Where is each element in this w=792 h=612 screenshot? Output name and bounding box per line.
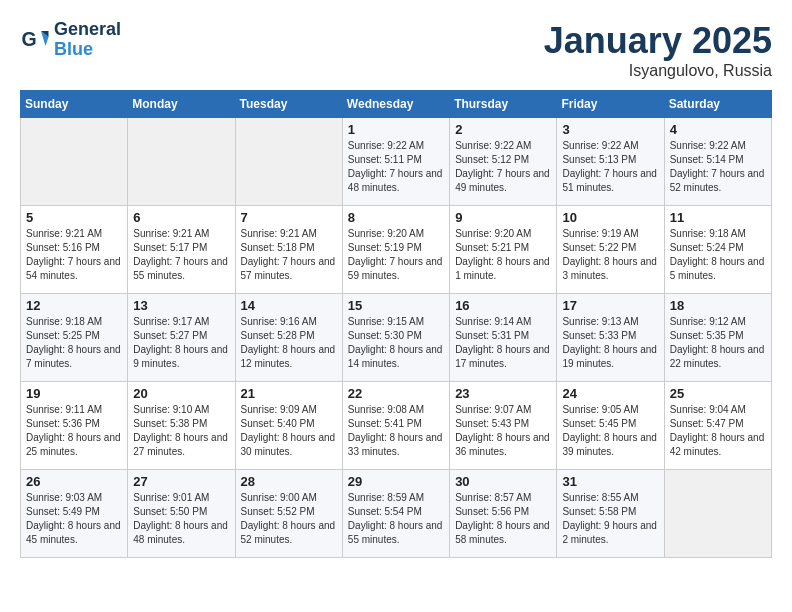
weekday-header-sunday: Sunday (21, 91, 128, 118)
month-title: January 2025 (544, 20, 772, 62)
calendar-cell: 7Sunrise: 9:21 AMSunset: 5:18 PMDaylight… (235, 206, 342, 294)
calendar-cell: 4Sunrise: 9:22 AMSunset: 5:14 PMDaylight… (664, 118, 771, 206)
calendar-cell: 13Sunrise: 9:17 AMSunset: 5:27 PMDayligh… (128, 294, 235, 382)
day-info: Sunrise: 9:16 AMSunset: 5:28 PMDaylight:… (241, 315, 337, 371)
page-header: G General Blue January 2025 Isyangulovo,… (20, 20, 772, 80)
day-info: Sunrise: 9:21 AMSunset: 5:18 PMDaylight:… (241, 227, 337, 283)
calendar-cell: 6Sunrise: 9:21 AMSunset: 5:17 PMDaylight… (128, 206, 235, 294)
day-info: Sunrise: 9:21 AMSunset: 5:17 PMDaylight:… (133, 227, 229, 283)
calendar-cell: 12Sunrise: 9:18 AMSunset: 5:25 PMDayligh… (21, 294, 128, 382)
day-number: 30 (455, 474, 551, 489)
day-number: 8 (348, 210, 444, 225)
day-number: 28 (241, 474, 337, 489)
calendar-cell: 31Sunrise: 8:55 AMSunset: 5:58 PMDayligh… (557, 470, 664, 558)
weekday-header-saturday: Saturday (664, 91, 771, 118)
day-number: 7 (241, 210, 337, 225)
day-number: 14 (241, 298, 337, 313)
calendar-cell: 2Sunrise: 9:22 AMSunset: 5:12 PMDaylight… (450, 118, 557, 206)
day-info: Sunrise: 8:57 AMSunset: 5:56 PMDaylight:… (455, 491, 551, 547)
day-info: Sunrise: 9:10 AMSunset: 5:38 PMDaylight:… (133, 403, 229, 459)
calendar-table: SundayMondayTuesdayWednesdayThursdayFrid… (20, 90, 772, 558)
calendar-week-2: 5Sunrise: 9:21 AMSunset: 5:16 PMDaylight… (21, 206, 772, 294)
calendar-cell (128, 118, 235, 206)
day-info: Sunrise: 9:04 AMSunset: 5:47 PMDaylight:… (670, 403, 766, 459)
calendar-cell: 5Sunrise: 9:21 AMSunset: 5:16 PMDaylight… (21, 206, 128, 294)
calendar-cell: 8Sunrise: 9:20 AMSunset: 5:19 PMDaylight… (342, 206, 449, 294)
day-info: Sunrise: 9:13 AMSunset: 5:33 PMDaylight:… (562, 315, 658, 371)
day-number: 12 (26, 298, 122, 313)
calendar-cell: 17Sunrise: 9:13 AMSunset: 5:33 PMDayligh… (557, 294, 664, 382)
calendar-cell: 9Sunrise: 9:20 AMSunset: 5:21 PMDaylight… (450, 206, 557, 294)
day-info: Sunrise: 9:22 AMSunset: 5:14 PMDaylight:… (670, 139, 766, 195)
day-info: Sunrise: 9:07 AMSunset: 5:43 PMDaylight:… (455, 403, 551, 459)
day-info: Sunrise: 9:08 AMSunset: 5:41 PMDaylight:… (348, 403, 444, 459)
calendar-week-1: 1Sunrise: 9:22 AMSunset: 5:11 PMDaylight… (21, 118, 772, 206)
calendar-cell: 29Sunrise: 8:59 AMSunset: 5:54 PMDayligh… (342, 470, 449, 558)
calendar-cell: 16Sunrise: 9:14 AMSunset: 5:31 PMDayligh… (450, 294, 557, 382)
day-number: 29 (348, 474, 444, 489)
calendar-cell: 20Sunrise: 9:10 AMSunset: 5:38 PMDayligh… (128, 382, 235, 470)
day-info: Sunrise: 8:55 AMSunset: 5:58 PMDaylight:… (562, 491, 658, 547)
day-number: 24 (562, 386, 658, 401)
day-number: 25 (670, 386, 766, 401)
calendar-cell: 3Sunrise: 9:22 AMSunset: 5:13 PMDaylight… (557, 118, 664, 206)
day-info: Sunrise: 9:14 AMSunset: 5:31 PMDaylight:… (455, 315, 551, 371)
day-number: 15 (348, 298, 444, 313)
calendar-cell: 11Sunrise: 9:18 AMSunset: 5:24 PMDayligh… (664, 206, 771, 294)
day-info: Sunrise: 9:19 AMSunset: 5:22 PMDaylight:… (562, 227, 658, 283)
calendar-cell: 22Sunrise: 9:08 AMSunset: 5:41 PMDayligh… (342, 382, 449, 470)
calendar-cell: 1Sunrise: 9:22 AMSunset: 5:11 PMDaylight… (342, 118, 449, 206)
day-number: 26 (26, 474, 122, 489)
day-number: 2 (455, 122, 551, 137)
title-block: January 2025 Isyangulovo, Russia (544, 20, 772, 80)
day-info: Sunrise: 9:18 AMSunset: 5:25 PMDaylight:… (26, 315, 122, 371)
day-number: 21 (241, 386, 337, 401)
svg-text:G: G (22, 28, 37, 50)
day-number: 13 (133, 298, 229, 313)
location: Isyangulovo, Russia (544, 62, 772, 80)
weekday-header-tuesday: Tuesday (235, 91, 342, 118)
day-info: Sunrise: 9:20 AMSunset: 5:19 PMDaylight:… (348, 227, 444, 283)
day-number: 5 (26, 210, 122, 225)
calendar-cell: 15Sunrise: 9:15 AMSunset: 5:30 PMDayligh… (342, 294, 449, 382)
day-number: 11 (670, 210, 766, 225)
day-info: Sunrise: 9:11 AMSunset: 5:36 PMDaylight:… (26, 403, 122, 459)
day-number: 20 (133, 386, 229, 401)
day-number: 6 (133, 210, 229, 225)
day-number: 4 (670, 122, 766, 137)
calendar-cell: 27Sunrise: 9:01 AMSunset: 5:50 PMDayligh… (128, 470, 235, 558)
day-info: Sunrise: 9:09 AMSunset: 5:40 PMDaylight:… (241, 403, 337, 459)
calendar-cell: 28Sunrise: 9:00 AMSunset: 5:52 PMDayligh… (235, 470, 342, 558)
day-number: 1 (348, 122, 444, 137)
calendar-cell: 14Sunrise: 9:16 AMSunset: 5:28 PMDayligh… (235, 294, 342, 382)
day-info: Sunrise: 9:22 AMSunset: 5:13 PMDaylight:… (562, 139, 658, 195)
day-number: 22 (348, 386, 444, 401)
calendar-cell: 26Sunrise: 9:03 AMSunset: 5:49 PMDayligh… (21, 470, 128, 558)
day-info: Sunrise: 9:12 AMSunset: 5:35 PMDaylight:… (670, 315, 766, 371)
day-number: 16 (455, 298, 551, 313)
day-info: Sunrise: 9:22 AMSunset: 5:11 PMDaylight:… (348, 139, 444, 195)
logo-icon: G (20, 25, 50, 55)
day-info: Sunrise: 9:18 AMSunset: 5:24 PMDaylight:… (670, 227, 766, 283)
logo-blue: Blue (54, 40, 121, 60)
calendar-cell (235, 118, 342, 206)
weekday-header-friday: Friday (557, 91, 664, 118)
day-info: Sunrise: 9:01 AMSunset: 5:50 PMDaylight:… (133, 491, 229, 547)
calendar-week-5: 26Sunrise: 9:03 AMSunset: 5:49 PMDayligh… (21, 470, 772, 558)
day-info: Sunrise: 9:17 AMSunset: 5:27 PMDaylight:… (133, 315, 229, 371)
day-number: 19 (26, 386, 122, 401)
day-info: Sunrise: 9:15 AMSunset: 5:30 PMDaylight:… (348, 315, 444, 371)
calendar-cell: 21Sunrise: 9:09 AMSunset: 5:40 PMDayligh… (235, 382, 342, 470)
day-info: Sunrise: 9:05 AMSunset: 5:45 PMDaylight:… (562, 403, 658, 459)
calendar-week-3: 12Sunrise: 9:18 AMSunset: 5:25 PMDayligh… (21, 294, 772, 382)
calendar-week-4: 19Sunrise: 9:11 AMSunset: 5:36 PMDayligh… (21, 382, 772, 470)
day-number: 18 (670, 298, 766, 313)
calendar-cell: 24Sunrise: 9:05 AMSunset: 5:45 PMDayligh… (557, 382, 664, 470)
calendar-cell: 23Sunrise: 9:07 AMSunset: 5:43 PMDayligh… (450, 382, 557, 470)
day-info: Sunrise: 9:20 AMSunset: 5:21 PMDaylight:… (455, 227, 551, 283)
weekday-header-monday: Monday (128, 91, 235, 118)
day-info: Sunrise: 9:03 AMSunset: 5:49 PMDaylight:… (26, 491, 122, 547)
day-number: 17 (562, 298, 658, 313)
day-number: 3 (562, 122, 658, 137)
calendar-cell: 30Sunrise: 8:57 AMSunset: 5:56 PMDayligh… (450, 470, 557, 558)
